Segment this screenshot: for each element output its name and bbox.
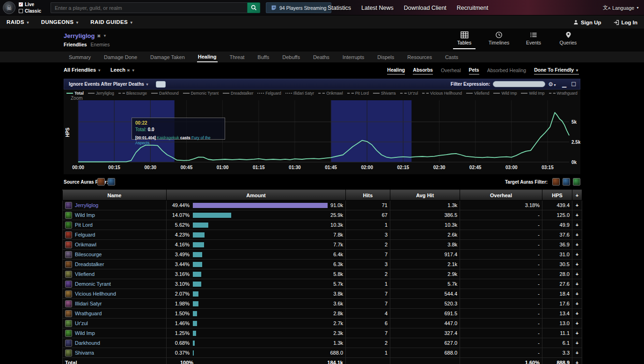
filter-expression-input[interactable]: [493, 81, 545, 87]
entity-name-link[interactable]: Dreadstalker: [75, 261, 104, 267]
tab-damage-done[interactable]: Damage Done: [103, 52, 138, 62]
maximize-icon[interactable]: ☐: [571, 82, 576, 87]
tab-dispels[interactable]: Dispels: [376, 52, 395, 62]
legend-item-wild-imp[interactable]: Wild Imp: [521, 91, 544, 96]
tab-damage-taken[interactable]: Damage Taken: [149, 52, 186, 62]
legend-item-vicious-hellhound[interactable]: Vicious Hellhound: [422, 91, 462, 96]
tab-debuffs[interactable]: Debuffs: [281, 52, 301, 62]
hps-chart[interactable]: TotalJerryliglogBilescourgeDarkhoundDemo…: [64, 89, 580, 174]
expand-row-button[interactable]: +: [572, 201, 582, 210]
tab-resources[interactable]: Resources: [406, 52, 433, 62]
classic-checkbox[interactable]: [19, 9, 23, 13]
column-header-expand[interactable]: +: [572, 190, 582, 201]
leech-chip[interactable]: Leech ✖ ▼: [110, 67, 135, 73]
warcraftlogs-logo[interactable]: ☠: [3, 1, 15, 14]
expand-row-button[interactable]: +: [572, 319, 582, 328]
tab-casts[interactable]: Casts: [444, 52, 459, 62]
column-header-name[interactable]: Name: [63, 190, 167, 201]
tab-threat[interactable]: Threat: [229, 52, 246, 62]
entity-name-link[interactable]: Felguard: [75, 232, 95, 238]
top-nav-link-recruitment[interactable]: Recruitment: [457, 5, 488, 11]
friendlies-filter-dropdown[interactable]: All Friendlies ▼: [64, 67, 101, 73]
enemies-tab[interactable]: Enemies: [91, 42, 110, 47]
nature-aura-icon[interactable]: [573, 178, 580, 186]
entity-name-link[interactable]: Wild Imp: [75, 330, 95, 336]
legend-item-felguard[interactable]: Felguard: [257, 91, 281, 96]
legend-item-total[interactable]: Total: [66, 91, 84, 96]
ignore-deaths-toggle[interactable]: [156, 81, 166, 88]
classic-toggle[interactable]: Classic: [19, 8, 41, 14]
expand-row-button[interactable]: +: [572, 328, 582, 338]
entity-name-link[interactable]: Illidari Satyr: [75, 301, 102, 306]
subtab-healing[interactable]: Healing: [387, 67, 405, 74]
subtab-pets[interactable]: Pets: [469, 67, 479, 74]
entity-name-link[interactable]: Demonic Tyrant: [75, 281, 111, 287]
expand-row-button[interactable]: +: [572, 230, 582, 240]
subtab-overheal[interactable]: Overheal: [441, 67, 461, 74]
bloodlust-aura-icon[interactable]: [97, 178, 105, 186]
legend-item-demonic-tyrant[interactable]: Demonic Tyrant: [183, 91, 219, 96]
expand-row-button[interactable]: +: [572, 338, 582, 348]
nav-menu-raid-guides[interactable]: RAID GUIDES ▼: [90, 19, 138, 25]
expand-row-button[interactable]: +: [572, 348, 582, 358]
entity-name-link[interactable]: Vilefiend: [75, 271, 95, 277]
subtab-absorbed-healing[interactable]: Absorbed Healing: [487, 67, 526, 74]
ignore-deaths-dropdown[interactable]: Ignore Events After Player Deaths ▼: [69, 82, 149, 87]
search-input[interactable]: [51, 2, 247, 13]
top-nav-link-download-client[interactable]: Download Client: [404, 5, 446, 11]
top-nav-link-statistics[interactable]: Statistics: [328, 5, 351, 11]
expand-row-button[interactable]: +: [572, 260, 582, 269]
language-menu[interactable]: 文A Language ▼: [603, 0, 639, 15]
subtab-absorbs[interactable]: Absorbs: [413, 67, 433, 74]
view-tab-timelines[interactable]: Timelines: [488, 29, 510, 49]
expand-row-button[interactable]: +: [572, 309, 582, 319]
player-name-dropdown[interactable]: Jerryliglog ✖ ▼: [64, 32, 107, 39]
view-tab-events[interactable]: Events: [522, 29, 545, 49]
live-toggle[interactable]: ✓ Live: [19, 1, 41, 7]
column-header-hps[interactable]: HPS: [542, 190, 572, 201]
sign-up-link[interactable]: Sign Up: [573, 20, 601, 25]
expand-row-button[interactable]: +: [572, 210, 582, 220]
expand-row-button[interactable]: +: [572, 299, 582, 309]
legend-item-pit-lord[interactable]: Pit Lord: [347, 91, 369, 96]
legend-item-wrathguard[interactable]: Wrathguard: [549, 91, 578, 96]
entity-name-link[interactable]: Darkhound: [75, 340, 100, 346]
tab-healing[interactable]: Healing: [197, 52, 218, 62]
column-header-avg-hit[interactable]: Avg Hit: [390, 190, 460, 201]
legend-item-darkhound[interactable]: Darkhound: [151, 91, 179, 96]
frost-aura-icon[interactable]: [108, 178, 115, 186]
search-button[interactable]: [247, 2, 260, 13]
entity-name-link[interactable]: Vicious Hellhound: [75, 291, 116, 297]
tab-buffs[interactable]: Buffs: [256, 52, 270, 62]
entity-name-link[interactable]: Orikmawl: [75, 242, 96, 247]
close-icon[interactable]: ✖: [97, 34, 101, 38]
entity-name-link[interactable]: Bilescourge: [75, 252, 102, 257]
expand-row-button[interactable]: +: [572, 289, 582, 299]
tab-summary[interactable]: Summary: [68, 52, 92, 62]
entity-name-link[interactable]: Jerryliglog: [75, 202, 98, 208]
top-nav-link-latest-news[interactable]: Latest News: [361, 5, 394, 11]
legend-item-shivarra[interactable]: Shivarra: [373, 91, 396, 96]
minimize-icon[interactable]: ▁: [562, 82, 566, 87]
log-in-link[interactable]: Log In: [614, 20, 638, 25]
column-header-amount[interactable]: Amount: [167, 190, 346, 201]
legend-item-dreadstalker[interactable]: Dreadstalker: [223, 91, 253, 96]
legend-item-ur-zul[interactable]: Ur'zul: [400, 91, 418, 96]
tab-deaths[interactable]: Deaths: [312, 52, 330, 62]
column-header-hits[interactable]: Hits: [346, 190, 390, 201]
expand-row-button[interactable]: +: [572, 279, 582, 289]
legend-item-illidari-satyr[interactable]: Illidari Satyr: [285, 91, 314, 96]
entity-name-link[interactable]: Wild Imp: [75, 212, 95, 218]
legend-item-vilefiend[interactable]: Vilefiend: [466, 91, 489, 96]
nav-menu-raids[interactable]: RAIDS ▼: [7, 19, 35, 25]
expand-total-button[interactable]: +: [572, 358, 582, 364]
friendlies-tab[interactable]: Friendlies: [64, 42, 87, 47]
legend-item-bilescourge[interactable]: Bilescourge: [118, 91, 147, 96]
subtab-done-to-friendly[interactable]: Done To Friendly ▼: [534, 67, 579, 74]
entity-name-link[interactable]: Ur'zul: [75, 320, 88, 326]
view-tab-tables[interactable]: Tables: [453, 29, 476, 49]
expand-row-button[interactable]: +: [572, 240, 582, 250]
close-icon[interactable]: ✖: [127, 68, 130, 73]
players-streaming-button[interactable]: 94 Players Streaming: [266, 2, 331, 13]
legend-item-wild-imp[interactable]: Wild Imp: [493, 91, 517, 96]
